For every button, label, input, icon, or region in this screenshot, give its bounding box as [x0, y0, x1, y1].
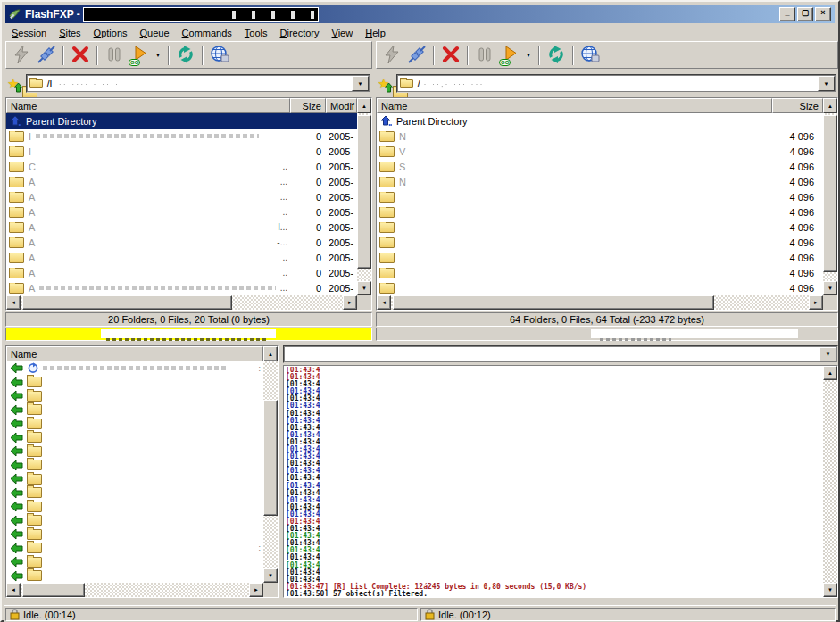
web-button[interactable]: [207, 44, 232, 67]
file-row[interactable]: 4 096: [377, 280, 823, 295]
queue-row[interactable]: [6, 472, 263, 486]
scroll-left-button[interactable]: ◄: [6, 583, 21, 597]
scroll-thumb[interactable]: [357, 115, 371, 269]
close-button[interactable]: ×: [815, 7, 831, 21]
scroll-right-button[interactable]: ►: [343, 295, 357, 310]
log-view[interactable]: [01:43:4[01:43:4[01:43:4[01:43:4[01:43:4…: [283, 365, 838, 598]
menu-options[interactable]: Options: [87, 27, 134, 39]
queue-row[interactable]: [6, 569, 263, 584]
file-row[interactable]: N4 096: [377, 129, 823, 144]
vertical-scrollbar[interactable]: ▲ ▼: [357, 98, 371, 295]
log-session-combobox[interactable]: ▼: [283, 345, 838, 363]
queue-row[interactable]: [6, 389, 263, 403]
file-row[interactable]: A..02005-: [6, 250, 357, 265]
queue-row[interactable]: [6, 555, 263, 569]
refresh-button[interactable]: [544, 44, 569, 67]
file-row[interactable]: I02005-: [6, 144, 357, 159]
refresh-button[interactable]: [173, 44, 198, 67]
file-row[interactable]: A..02005-: [6, 265, 357, 280]
scroll-left-button[interactable]: ◄: [377, 295, 391, 310]
scroll-down-button[interactable]: ▼: [823, 583, 837, 597]
queue-row[interactable]: [6, 417, 263, 431]
menu-tools[interactable]: Tools: [238, 27, 274, 39]
abort-button[interactable]: [438, 44, 463, 67]
queue-row[interactable]: :: [6, 361, 263, 376]
column-header-size[interactable]: Size: [290, 98, 326, 113]
file-row[interactable]: A...02005-: [6, 174, 357, 189]
file-row[interactable]: N4 096: [377, 174, 823, 189]
path-dropdown-button[interactable]: ▼: [352, 76, 369, 91]
connect-button[interactable]: [379, 44, 404, 67]
parent-directory-row[interactable]: Parent Directory: [6, 113, 357, 129]
queue-row[interactable]: [6, 376, 263, 390]
pause-button[interactable]: [102, 44, 127, 67]
vertical-scrollbar[interactable]: ▲ ▼: [823, 98, 837, 295]
scroll-left-button[interactable]: ◄: [6, 295, 21, 310]
menu-session[interactable]: Session: [5, 27, 53, 39]
quick-connect-button[interactable]: [404, 44, 429, 67]
minimize-button[interactable]: _: [779, 7, 795, 21]
web-button[interactable]: [578, 44, 603, 67]
horizontal-scrollbar[interactable]: ◄ ►: [377, 295, 823, 310]
file-row[interactable]: 4 096: [377, 235, 823, 250]
scroll-down-button[interactable]: ▼: [357, 281, 371, 295]
file-row[interactable]: Al...02005-: [6, 220, 357, 235]
menu-help[interactable]: Help: [359, 27, 392, 39]
transfer-options-dropdown[interactable]: ▼: [152, 44, 164, 67]
scroll-up-button[interactable]: ▲: [823, 366, 837, 380]
transfer-go-button[interactable]: GO: [127, 44, 152, 67]
column-header-modified[interactable]: Modif: [326, 98, 357, 113]
horizontal-scrollbar[interactable]: ◄ ►: [6, 583, 263, 597]
queue-row[interactable]: :: [6, 542, 263, 556]
queue-row[interactable]: [6, 514, 263, 528]
scroll-thumb[interactable]: [393, 295, 714, 310]
scroll-thumb[interactable]: [22, 583, 85, 597]
queue-row[interactable]: [6, 486, 263, 501]
transfer-go-button[interactable]: GO: [497, 44, 522, 67]
scroll-right-button[interactable]: ►: [249, 583, 263, 597]
path-combobox-right[interactable]: / · ··,· ··· ··· ▼: [396, 74, 836, 93]
queue-row[interactable]: [6, 431, 263, 445]
scroll-thumb[interactable]: [823, 115, 837, 272]
file-row[interactable]: 4 096: [377, 189, 823, 204]
column-header-size[interactable]: Size: [772, 98, 823, 113]
file-row[interactable]: 4 096: [377, 220, 823, 235]
file-row[interactable]: 4 096: [377, 204, 823, 220]
queue-row[interactable]: [6, 459, 263, 473]
path-combobox-left[interactable]: /L ·· ···· · ···· ▼: [26, 74, 370, 93]
log-dropdown-button[interactable]: ▼: [819, 347, 836, 361]
scroll-thumb[interactable]: [22, 295, 232, 310]
column-header-name[interactable]: Name: [6, 98, 290, 113]
queue-row[interactable]: [6, 527, 263, 542]
abort-button[interactable]: [68, 44, 93, 67]
column-header-name[interactable]: Name: [377, 98, 772, 113]
file-row[interactable]: I02005-: [6, 129, 357, 144]
scroll-up-button[interactable]: ▲: [823, 98, 837, 113]
menu-sites[interactable]: Sites: [53, 27, 87, 39]
menu-directory[interactable]: Directory: [274, 27, 326, 39]
file-row[interactable]: A..02005-: [6, 204, 357, 220]
maximize-button[interactable]: ▢: [797, 7, 813, 21]
file-row[interactable]: V4 096: [377, 144, 823, 159]
file-row[interactable]: 4 096: [377, 265, 823, 280]
pause-button[interactable]: [472, 44, 497, 67]
horizontal-scrollbar[interactable]: ◄ ►: [6, 295, 357, 310]
scroll-down-button[interactable]: ▼: [263, 568, 278, 583]
column-header-name[interactable]: Name: [6, 346, 263, 361]
connect-button[interactable]: [9, 44, 34, 67]
path-dropdown-button[interactable]: ▼: [818, 76, 835, 91]
file-row[interactable]: S4 096: [377, 159, 823, 174]
queue-row[interactable]: [6, 500, 263, 514]
scroll-right-button[interactable]: ►: [809, 295, 823, 310]
file-row[interactable]: A-...02005-: [6, 235, 357, 250]
vertical-scrollbar[interactable]: ▲ ▼: [823, 366, 837, 597]
menu-view[interactable]: View: [326, 27, 360, 39]
file-row[interactable]: 4 096: [377, 250, 823, 265]
scroll-thumb[interactable]: [263, 400, 278, 516]
quick-connect-button[interactable]: [34, 44, 59, 67]
scroll-down-button[interactable]: ▼: [823, 281, 837, 295]
menu-commands[interactable]: Commands: [176, 27, 238, 39]
file-row[interactable]: A...02005-: [6, 280, 357, 295]
queue-row[interactable]: [6, 403, 263, 418]
file-row[interactable]: C..02005-: [6, 159, 357, 174]
